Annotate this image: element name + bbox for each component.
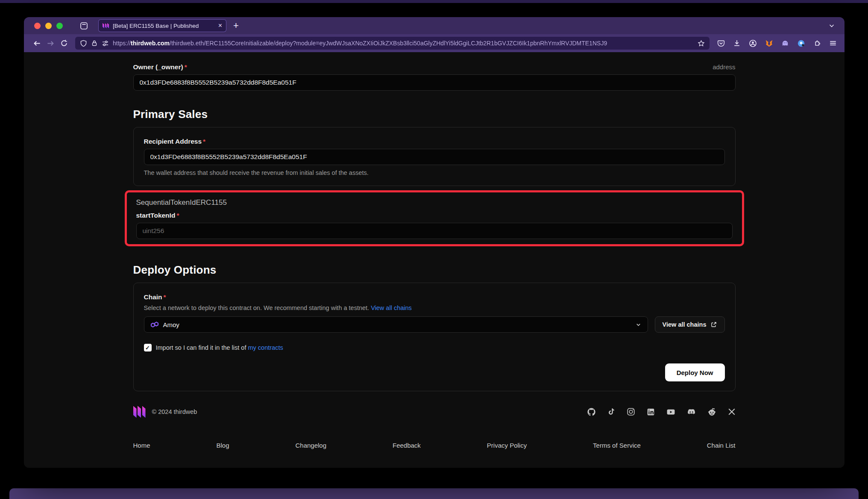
reddit-icon[interactable] [707, 407, 716, 416]
tab-close-icon[interactable]: × [218, 22, 222, 29]
url-path: /thirdweb.eth/ERC1155CoreInitializable/d… [170, 40, 607, 47]
tiktok-icon[interactable] [607, 408, 615, 416]
tracking-protection-shield-icon[interactable] [80, 40, 87, 47]
chain-selected-value: Amoy [163, 321, 179, 328]
github-icon[interactable] [587, 407, 596, 416]
toolbar-extension-icons [717, 39, 837, 47]
account-icon[interactable] [749, 39, 757, 47]
phantom-icon[interactable] [781, 39, 789, 47]
footer-link-chain-list[interactable]: Chain List [707, 442, 736, 449]
footer-link-home[interactable]: Home [133, 442, 150, 449]
metamask-icon[interactable] [765, 39, 773, 47]
permissions-icon[interactable] [102, 40, 109, 47]
youtube-icon[interactable] [666, 407, 675, 416]
lock-icon[interactable] [91, 40, 98, 47]
page-content: Owner (_owner)* address Primary Sales Re… [24, 52, 845, 468]
download-icon[interactable] [733, 39, 741, 47]
discord-icon[interactable] [687, 407, 696, 416]
footer-links: Home Blog Changelog Feedback Privacy Pol… [133, 442, 736, 449]
polygon-chain-icon [150, 320, 159, 329]
chain-description: Select a network to deploy this contract… [144, 304, 725, 311]
primary-sales-heading: Primary Sales [133, 108, 736, 121]
view-all-chains-button-label: View all chains [663, 321, 707, 328]
owner-field-label: Owner (_owner)* [133, 63, 187, 71]
thirdweb-favicon-icon [103, 23, 109, 28]
recipient-address-label: Recipient Address* [144, 138, 206, 145]
desktop-accent-strip-bottom [9, 488, 859, 499]
required-asterisk: * [185, 63, 187, 71]
new-tab-button[interactable]: + [233, 20, 239, 31]
bookmark-star-icon[interactable] [698, 40, 705, 47]
deploy-options-heading: Deploy Options [133, 263, 736, 277]
maximize-window-button[interactable] [56, 23, 63, 29]
footer-link-feedback[interactable]: Feedback [393, 442, 421, 449]
tab-title: [Beta] ERC1155 Base | Published [113, 23, 217, 29]
deploy-now-button[interactable]: Deploy Now [665, 363, 725, 381]
url-scheme: https:// [113, 40, 131, 47]
browser-window: [Beta] ERC1155 Base | Published × + [24, 17, 845, 468]
import-checkbox-label: Import so I can find it in the list of m… [156, 344, 283, 351]
forward-icon[interactable] [44, 39, 57, 47]
reload-icon[interactable] [57, 39, 71, 47]
start-token-id-input[interactable] [136, 223, 733, 239]
x-twitter-icon[interactable] [728, 408, 736, 416]
deploy-options-card: Chain* Select a network to deploy this c… [133, 283, 736, 391]
owner-input[interactable] [133, 74, 736, 91]
sequential-token-section-highlight: SequentialTokenIdERC1155 startTokenId* [125, 190, 744, 246]
view-all-chains-button[interactable]: View all chains [655, 316, 725, 333]
social-links [587, 407, 736, 416]
start-token-id-label: startTokenId* [136, 212, 179, 219]
chain-select[interactable]: Amoy [144, 316, 648, 333]
close-window-button[interactable] [34, 23, 41, 29]
window-controls [34, 23, 63, 29]
url-bar[interactable]: https://thirdweb.com/thirdweb.eth/ERC115… [75, 37, 710, 50]
page-footer: © 2024 thirdweb [133, 406, 736, 449]
desktop-accent-strip-top [0, 0, 868, 3]
primary-sales-card: Recipient Address* The wallet address th… [133, 127, 736, 186]
firefox-view-icon[interactable] [80, 22, 88, 30]
required-asterisk: * [164, 293, 166, 301]
required-asterisk: * [203, 138, 205, 145]
pocket-icon[interactable] [717, 39, 725, 47]
required-asterisk: * [176, 212, 179, 219]
wallet-extension-icon[interactable] [797, 39, 805, 47]
chevron-down-icon [635, 322, 642, 328]
footer-link-blog[interactable]: Blog [216, 442, 229, 449]
chain-label: Chain* [144, 293, 166, 301]
browser-tab[interactable]: [Beta] ERC1155 Base | Published × [98, 19, 226, 32]
browser-toolbar: https://thirdweb.com/thirdweb.eth/ERC115… [24, 34, 845, 52]
owner-type-tag: address [713, 63, 735, 71]
browser-titlebar: [Beta] ERC1155 Base | Published × + [24, 17, 845, 34]
back-icon[interactable] [30, 39, 44, 47]
instagram-icon[interactable] [627, 407, 635, 416]
footer-link-changelog[interactable]: Changelog [295, 442, 326, 449]
footer-link-privacy-policy[interactable]: Privacy Policy [487, 442, 527, 449]
thirdweb-logo [133, 406, 146, 418]
footer-link-terms-of-service[interactable]: Terms of Service [593, 442, 641, 449]
extensions-puzzle-icon[interactable] [813, 39, 821, 47]
import-checkbox[interactable]: ✓ [144, 344, 152, 351]
linkedin-icon[interactable] [647, 408, 655, 416]
copyright-text: © 2024 thirdweb [152, 408, 197, 415]
url-domain: thirdweb.com [131, 40, 170, 47]
minimize-window-button[interactable] [45, 23, 52, 29]
external-link-icon [710, 321, 717, 328]
view-all-chains-link[interactable]: View all chains [371, 304, 412, 311]
recipient-address-input[interactable] [144, 149, 725, 165]
list-tabs-chevron-icon[interactable] [828, 22, 835, 29]
sequential-token-heading: SequentialTokenIdERC1155 [136, 198, 733, 207]
recipient-address-help: The wallet address that should receive t… [144, 169, 725, 176]
menu-hamburger-icon[interactable] [829, 39, 837, 47]
url-text[interactable]: https://thirdweb.com/thirdweb.eth/ERC115… [113, 40, 694, 47]
my-contracts-link[interactable]: my contracts [248, 344, 283, 351]
